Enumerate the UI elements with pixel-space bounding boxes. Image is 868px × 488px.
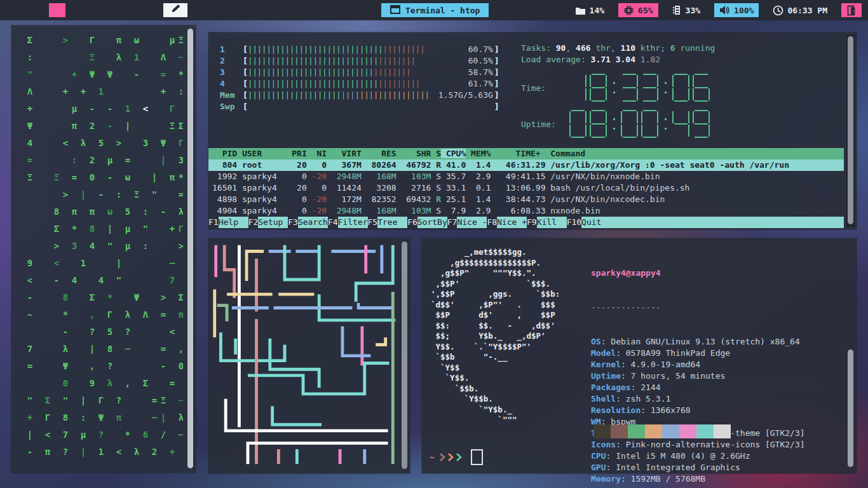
folder-icon (575, 6, 586, 15)
uptime-label: Uptime: (521, 119, 569, 129)
pipes-art (210, 241, 398, 468)
htop-summary: Tasks: 90, 466 thr, 110 kthr; 6 running … (521, 43, 837, 138)
focused-window-title[interactable]: Terminal - htop (381, 3, 489, 17)
process-table: PID USER PRI NI VIRT RES SHR S CPU% MEM%… (208, 148, 844, 217)
paintbrush-icon (170, 4, 181, 17)
uptime-led-clock (569, 110, 710, 138)
palette-swatch (593, 424, 611, 438)
info-gpu: GPU: Intel Integrated Graphics (591, 462, 805, 473)
title-underline: -------------- (591, 302, 805, 313)
meter-3: 3[|||||||||||||||||||||||||||||||||||58.… (220, 67, 519, 78)
clock-icon (773, 5, 783, 16)
fkey-nice-[interactable]: F7Nice - (447, 217, 487, 228)
top-panel: Terminal - htop 14%65%33%100%06:33 PM (0, 0, 868, 20)
debian-ascii-logo: _,met$$$$$gg. ,g$$$$$$$$$$$$$$$P. ,g$$P"… (431, 247, 560, 426)
time-led-clock (569, 74, 710, 102)
workspace-indicator[interactable] (49, 3, 65, 17)
module-value: 14% (590, 6, 604, 15)
info-memory: Memory: 1592MB / 5768MB (591, 473, 805, 485)
window-icon (390, 5, 400, 16)
palette-swatch (611, 424, 628, 438)
palette-swatch (628, 424, 645, 438)
fkey-sortby[interactable]: F6SortBy (407, 217, 447, 228)
fkey-quit[interactable]: F10Quit (567, 217, 844, 228)
table-row[interactable]: 4898 sparky4 0 -20 172M 82352 69432 R 25… (208, 194, 844, 205)
ram-icon (672, 5, 682, 15)
matrix-scrollbar[interactable] (187, 29, 193, 468)
user-host: sparky4@xappy4 (591, 268, 805, 279)
terminal-cursor (471, 449, 483, 465)
info-model: Model: 0578A99 ThinkPad Edge (591, 348, 805, 359)
htop-scrollbar[interactable] (848, 36, 853, 224)
neofetch-scrollbar[interactable] (848, 349, 853, 467)
fkey-search[interactable]: F3Search (288, 217, 328, 228)
neofetch-info: sparky4@xappy4 -------------- OS: Debian… (591, 245, 805, 488)
fkey-help[interactable]: F1Help (208, 217, 248, 228)
prompt-path: ~ (430, 452, 435, 462)
info-icons: Icons: Pink-nord-alternative-icons [GTK2… (591, 439, 805, 451)
clock-time-row: Time: (521, 74, 837, 102)
module-value: 06:33 PM (787, 6, 827, 15)
tasks-line: Tasks: 90, 466 thr, 110 kthr; 6 running (521, 43, 837, 54)
meter-1: 1[||||||||||||||||||||||||||||||||||||||… (220, 44, 519, 55)
fkey-setup[interactable]: F2Setup (248, 217, 288, 228)
module-value: 33% (686, 6, 700, 15)
palette-swatch (679, 424, 696, 438)
fkey-filter[interactable]: F4Filter (328, 217, 368, 228)
pipes-scrollbar[interactable] (402, 241, 407, 469)
window-title-text: Terminal - htop (405, 6, 480, 15)
speaker-icon (719, 5, 730, 15)
status-modules: 14%65%33%100%06:33 PM (570, 0, 862, 20)
meter-swp: Swp[0K/3.73G] (220, 101, 519, 112)
desktop: Terminal - htop 14%65%33%100%06:33 PM Σ>… (0, 0, 868, 488)
fkey-kill[interactable]: F9Kill (527, 217, 567, 228)
module-cpu[interactable]: 65% (618, 3, 658, 17)
info-shell: Shell: zsh 5.3.1 (591, 393, 805, 405)
time-label: Time: (521, 83, 569, 93)
info-cpu: CPU: Intel i5 M 480 (4) @ 2.6GHz (591, 451, 805, 462)
terminal-cmatrix[interactable]: Σ>ΓπωμΞΨ:Ξλ1Λ─"+ΨΨ-=*Λ++1+:+μ--1<ΓΣΨπ2-|… (11, 25, 196, 473)
meter-2: 2[||||||||||||||||||||||||||||||||||||60… (220, 55, 519, 67)
info-uptime: Uptime: 7 hours, 54 minutes (591, 370, 805, 382)
module-volume[interactable]: 100% (714, 3, 759, 17)
matrix-rain: Σ>ΓπωμΞΨ:Ξλ1Λ─"+ΨΨ-=*Λ++1+:+μ--1<ΓΣΨπ2-|… (17, 32, 183, 469)
palette-swatch (662, 424, 679, 438)
function-key-bar: F1Help F2Setup F3SearchF4FilterF5Tree F6… (208, 217, 844, 228)
chip-icon (623, 5, 634, 16)
info-resolution: Resolution: 868x488 (591, 405, 805, 416)
load-average-line: Load average: 3.71 3.04 1.82 (521, 54, 837, 65)
module-value: 100% (734, 6, 754, 15)
prompt-chevrons-icon (439, 452, 463, 462)
table-header-row: PID USER PRI NI VIRT RES SHR S CPU% MEM%… (208, 148, 844, 159)
table-row[interactable]: 804 root 20 0 367M 80264 46792 R 41.0 1.… (208, 159, 844, 171)
meter-4: 4[|||||||||||||||||||||||||||||||||||||6… (220, 78, 519, 90)
palette-swatch (714, 424, 731, 438)
fkey-tree[interactable]: F5Tree (368, 217, 408, 228)
meter-mem: Mem[||||||||||||||||||||||||||||||||||||… (220, 90, 519, 101)
palette-swatch (645, 424, 662, 438)
table-row[interactable]: 16501 sparky4 20 0 11424 3208 2716 S 33.… (208, 182, 844, 194)
table-row[interactable]: 1992 sparky4 0 -20 2948M 168M 103M S 35.… (208, 171, 844, 182)
shell-prompt[interactable]: ~ (430, 449, 483, 464)
terminal-htop[interactable]: 1[||||||||||||||||||||||||||||||||||||||… (208, 32, 857, 229)
terminal-color-palette (593, 424, 731, 438)
module-power[interactable] (841, 3, 862, 17)
table-row[interactable]: 4904 sparky4 0 -20 2948M 168M 103M S 7.9… (208, 205, 844, 217)
module-clock[interactable]: 06:33 PM (768, 3, 832, 17)
terminal-pipes[interactable] (208, 238, 410, 473)
paintbrush-button[interactable] (163, 3, 187, 17)
info-kernel: Kernel: 4.9.0-19-amd64 (591, 359, 805, 370)
door-icon (846, 5, 857, 16)
module-disk[interactable]: 14% (570, 3, 609, 17)
clock-uptime-row: Uptime: (521, 110, 837, 138)
palette-swatch (696, 424, 714, 438)
info-os: OS: Debian GNU/Linux 9.13 (stretch) x86_… (591, 336, 805, 348)
htop-meters: 1[||||||||||||||||||||||||||||||||||||||… (220, 44, 519, 112)
module-memory[interactable]: 33% (667, 3, 705, 17)
module-value: 65% (638, 6, 653, 15)
fkey-nice-[interactable]: F8Nice + (487, 217, 527, 228)
info-packages: Packages: 2144 (591, 382, 805, 393)
terminal-neofetch[interactable]: _,met$$$$$gg. ,g$$$$$$$$$$$$$$$P. ,g$$P"… (422, 238, 857, 473)
